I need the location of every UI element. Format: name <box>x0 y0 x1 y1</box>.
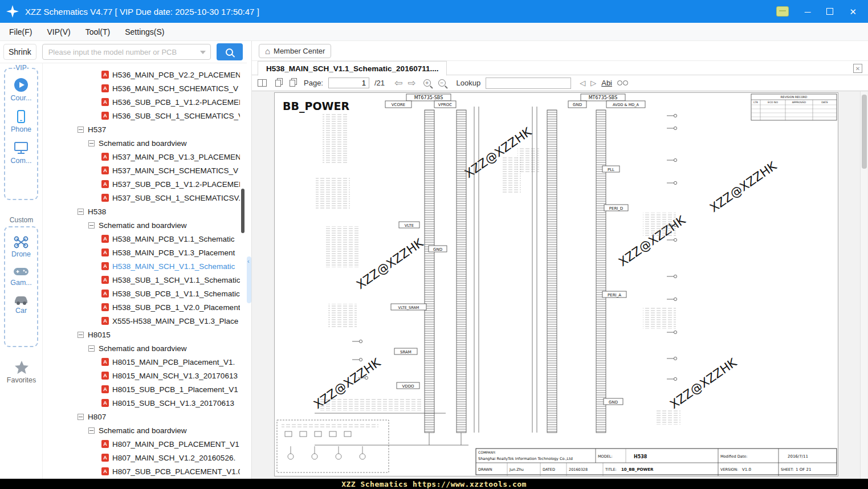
search-button[interactable] <box>217 43 243 60</box>
chip-right-label: MT6735-SBS <box>589 95 618 100</box>
tree-item-folder[interactable]: Schematic and boardview <box>43 136 240 150</box>
zoom-out-button[interactable]: − <box>438 79 446 87</box>
viewer-scrollbar[interactable] <box>860 91 867 479</box>
tree-item-pdf[interactable]: AH536_MAIN_PCB_V2.2_PLACEMEN <box>43 68 240 82</box>
sidebar-item-course[interactable]: Cour... <box>11 77 32 102</box>
tree-item-folder[interactable]: H807 <box>43 410 240 423</box>
lookup-input[interactable] <box>486 78 571 89</box>
sidebar-item-drone[interactable]: Drone <box>11 235 31 258</box>
panel-splitter[interactable]: ‹ <box>247 63 251 479</box>
collapse-minus-icon[interactable] <box>88 345 95 352</box>
sidebar-item-label: Drone <box>11 250 31 258</box>
zoom-in-button[interactable]: + <box>423 79 431 87</box>
tree-item-pdf[interactable]: AH538_MAIN_SCH_V1.1_Schematic <box>43 259 240 273</box>
tree-item-label: H807_MAIN_SCH_V1.2_20160526. <box>112 454 235 462</box>
tree-item-pdf[interactable]: AH536_SUB_PCB_1_V1.2-PLACEMEI <box>43 95 240 109</box>
chevron-down-icon[interactable] <box>200 51 206 54</box>
tree-item-pdf[interactable]: AH537_SUB_SCH_1_SCHEMATICSV... <box>43 191 240 205</box>
copy-document-icon[interactable] <box>290 80 295 87</box>
sidebar-item-favorites[interactable]: Favorites <box>0 360 43 384</box>
collapse-minus-icon[interactable] <box>78 127 84 133</box>
tree-item-label: H537_MAIN_PCB_V1.3_PLACEMEN <box>112 153 240 161</box>
sidebar-item-phone[interactable]: Phone <box>11 109 31 133</box>
collapse-minus-icon[interactable] <box>78 414 84 420</box>
menu-vip[interactable]: VIP(V) <box>47 27 70 36</box>
tree-item-pdf[interactable]: AH807_MAIN_SCH_V1.2_20160526. <box>43 451 240 464</box>
prev-page-button[interactable]: ⇦ <box>394 78 402 88</box>
svg-text:TITLE:: TITLE: <box>605 467 617 472</box>
chevron-left-icon: ‹ <box>247 258 250 264</box>
two-page-view-icon[interactable] <box>258 79 267 87</box>
svg-text:APPROVED: APPROVED <box>792 101 806 104</box>
sidebar-item-computer[interactable]: Com... <box>11 141 32 165</box>
tree-item-pdf[interactable]: AH8015_SUB_SCH_V1.3_20170613 <box>43 396 240 410</box>
search-input[interactable] <box>42 44 211 60</box>
pdf-canvas-area[interactable]: BB_POWER XZZ@XZZHK XZZ@XZZHK XZZ@XZZHK X… <box>252 91 868 479</box>
tree-item-pdf[interactable]: AX555-H538_MAIN_PCB_V1.3_Place <box>43 314 240 328</box>
tree-item-label: H538 <box>88 207 106 216</box>
tree-item-pdf[interactable]: AH538_SUB_1_SCH_V1.1_Schematic <box>43 273 240 287</box>
minimize-button[interactable]: ─ <box>805 7 811 16</box>
find-next-button[interactable]: ▷ <box>590 79 596 87</box>
collapse-minus-icon[interactable] <box>78 332 84 338</box>
section-label: VLTE <box>405 223 414 228</box>
tree-item-pdf[interactable]: AH8015_MAIN_SCH_V1.3_20170613 <box>43 369 240 382</box>
vip-status-icon[interactable] <box>776 6 789 17</box>
tree-item-pdf[interactable]: AH538_MAIN_PCB_V1.1_Schematic <box>43 232 240 246</box>
collapse-panel-handle[interactable]: ‹ <box>247 256 251 303</box>
collapse-minus-icon[interactable] <box>88 222 95 229</box>
shrink-button[interactable]: Shrink <box>3 44 36 60</box>
tree-item-folder[interactable]: H538 <box>43 205 240 218</box>
schematic-page[interactable]: BB_POWER XZZ@XZZHK XZZ@XZZHK XZZ@XZZHK X… <box>275 93 838 476</box>
tree-item-pdf[interactable]: AH8015_MAIN_PCB_Placement_V1. <box>43 355 240 369</box>
search-icon <box>226 48 233 56</box>
pdf-file-icon: A <box>101 98 109 106</box>
menubar: File(F) VIP(V) Tool(T) Settings(S) <box>0 23 868 41</box>
section-label: VCORE <box>392 103 405 107</box>
tree-item-pdf[interactable]: AH807_SUB_PCB_PLACEMENT_V1.0 <box>43 464 240 478</box>
tree-item-pdf[interactable]: AH538_SUB_PCB_1_V2.0_Placement <box>43 300 240 314</box>
tree-item-label: H538_SUB_PCB_1_V2.0_Placement <box>112 303 240 312</box>
find-prev-button[interactable]: ◁ <box>580 79 585 87</box>
pdf-toolbar: Page: /21 ⇦ ⇨ + − Lookup ◁ ▷ Abi <box>252 75 868 91</box>
viewer-scrollbar-thumb[interactable] <box>862 95 867 169</box>
collapse-minus-icon[interactable] <box>88 427 95 434</box>
tree-item-folder[interactable]: H8015 <box>43 328 240 341</box>
document-tabbar: H538_MAIN_SCH_V1.1_Schematic_20160711...… <box>252 60 868 75</box>
tree-item-label: H807 <box>88 413 106 421</box>
new-document-icon[interactable] <box>275 80 281 87</box>
tree-item-folder[interactable]: Schematic and boardview <box>43 423 240 437</box>
menu-settings[interactable]: Settings(S) <box>125 27 164 36</box>
tree-item-folder[interactable]: H537 <box>43 123 240 136</box>
binoculars-search-icon[interactable] <box>617 80 628 85</box>
tree-item-pdf[interactable]: AH537_MAIN_SCH_SCHEMATICS_V <box>43 164 240 177</box>
close-button[interactable]: ✕ <box>849 7 857 16</box>
tree-item-label: H538_MAIN_SCH_V1.1_Schematic <box>112 262 235 271</box>
tree-item-pdf[interactable]: AH538_MAIN_PCB_V1.3_Placement <box>43 246 240 259</box>
tree-item-pdf[interactable]: AH8015_SUB_PCB_1_Placement_V1 <box>43 382 240 396</box>
menu-tool[interactable]: Tool(T) <box>85 27 111 36</box>
sidebar-item-game[interactable]: Gam... <box>10 266 32 287</box>
menu-file[interactable]: File(F) <box>9 27 32 36</box>
tree-item-folder[interactable]: Schematic and boardview <box>43 218 240 232</box>
sidebar-item-car[interactable]: Car <box>13 294 30 315</box>
tree-item-pdf[interactable]: AH536_MAIN_SCH_SCHEMATICS_V <box>43 82 240 95</box>
maximize-button[interactable] <box>826 8 833 15</box>
page-number-input[interactable] <box>328 78 369 88</box>
tree-item-pdf[interactable]: AH536_SUB_SCH_1_SCHEMATICS_V <box>43 109 240 123</box>
tree-item-folder[interactable]: Schematic and boardview <box>43 341 240 355</box>
tree-item-pdf[interactable]: AH537_MAIN_PCB_V1.3_PLACEMEN <box>43 150 240 164</box>
collapse-minus-icon[interactable] <box>88 140 95 146</box>
member-center-button[interactable]: ⌂ Member Center <box>259 44 331 58</box>
tree-item-pdf[interactable]: AH538_SUB_PCB_1_V1.1_Schematic <box>43 287 240 300</box>
match-case-toggle[interactable]: Abi <box>601 79 612 87</box>
collapse-minus-icon[interactable] <box>78 209 84 215</box>
document-tab[interactable]: H538_MAIN_SCH_V1.1_Schematic_20160711...… <box>258 61 447 76</box>
app-window: XZZ Schematics V4.77 [ VIP Due date: 202… <box>0 0 868 489</box>
tree-scrollbar-thumb[interactable] <box>241 189 244 233</box>
next-page-button[interactable]: ⇨ <box>407 78 415 88</box>
tree-item-pdf[interactable]: AH807_MAIN_PCB_PLACEMENT_V1 <box>43 437 240 451</box>
close-document-button[interactable]: ✕ <box>853 64 862 73</box>
svg-text:DRAWN: DRAWN <box>478 467 492 472</box>
tree-item-pdf[interactable]: AH537_SUB_PCB_1_V1.2-PLACEMEI <box>43 177 240 191</box>
